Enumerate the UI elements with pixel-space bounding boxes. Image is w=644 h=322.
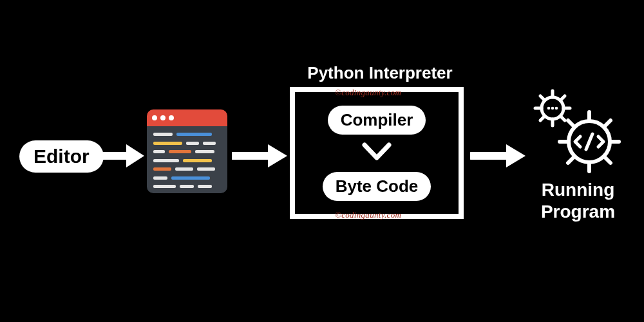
svg-line-26 [604,156,611,163]
svg-line-14 [560,116,565,120]
svg-line-25 [568,156,574,163]
svg-line-23 [568,120,574,127]
chevron-down-icon [361,141,393,166]
compiler-node: Compiler [328,106,426,135]
arrow-right-icon [470,143,526,169]
svg-line-13 [540,116,545,120]
watermark-text: ©codingaunty.com [335,88,401,98]
svg-line-12 [560,96,565,100]
interpreter-title: Python Interpreter [290,63,470,83]
running-program-label: Running Program [522,179,634,222]
editor-node: Editor [19,140,104,173]
svg-line-27 [586,134,592,149]
svg-marker-5 [506,144,526,167]
arrow-right-icon [232,143,287,169]
diagram-stage: Editor Python Interpreter [0,0,644,322]
svg-marker-3 [268,144,287,167]
svg-point-17 [555,107,558,110]
window-dot-icon [169,115,174,120]
arrow-right-icon [102,143,144,169]
window-dot-icon [160,115,166,120]
svg-point-16 [551,107,554,110]
svg-marker-1 [126,144,144,167]
watermark-text: ©codingaunty.com [335,210,401,220]
code-editor-icon [147,109,227,193]
gears-icon [528,84,625,177]
svg-point-15 [547,107,551,110]
bytecode-node: Byte Code [323,172,431,201]
svg-line-11 [540,96,545,100]
svg-line-24 [604,120,611,127]
interpreter-node: Compiler Byte Code [290,87,464,219]
window-dot-icon [152,115,157,120]
window-titlebar [147,109,227,126]
window-body [147,126,227,193]
